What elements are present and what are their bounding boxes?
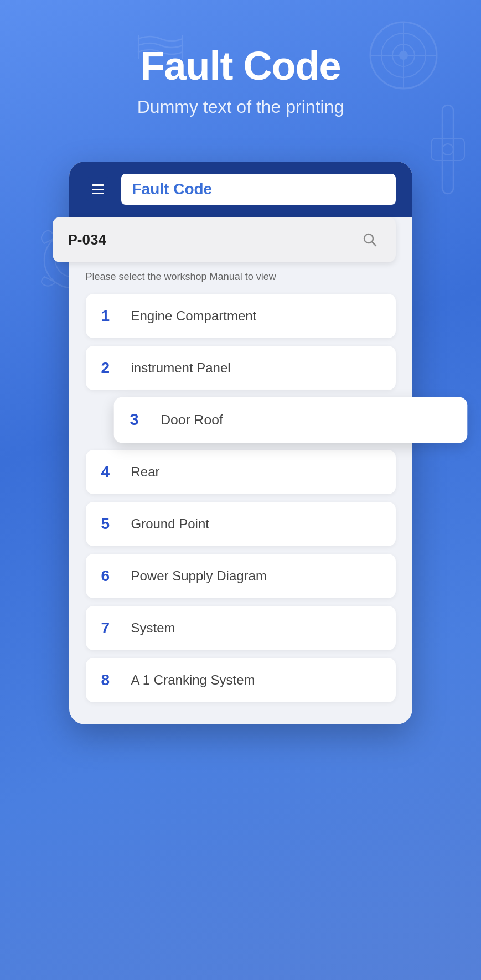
- item-label: Rear: [131, 464, 160, 480]
- item-label: A 1 Cranking System: [131, 672, 255, 688]
- svg-rect-15: [431, 138, 464, 160]
- list-item[interactable]: 3Door Roof: [113, 397, 467, 443]
- item-label: Ground Point: [131, 516, 209, 532]
- item-number: 7: [101, 619, 119, 637]
- item-number: 1: [101, 307, 119, 325]
- item-number: 8: [101, 671, 119, 689]
- item-label: Door Roof: [161, 412, 223, 428]
- list-item[interactable]: 4Rear: [86, 450, 396, 494]
- item-number: 4: [101, 463, 119, 481]
- item-label: instrument Panel: [131, 360, 231, 376]
- svg-point-16: [442, 144, 453, 155]
- list-item[interactable]: 1Engine Compartment: [86, 294, 396, 338]
- search-value: P-034: [68, 231, 106, 248]
- search-bar[interactable]: P-034: [53, 217, 396, 262]
- main-card: Fault Code P-034 Please select the works…: [69, 162, 412, 724]
- instruction-text: Please select the workshop Manual to vie…: [86, 271, 396, 283]
- app-title: Fault Code: [121, 174, 396, 205]
- item-label: Power Supply Diagram: [131, 568, 267, 584]
- hero-subtitle: Dummy text of the printing: [22, 97, 459, 117]
- menu-list: 1Engine Compartment2instrument Panel3Doo…: [69, 294, 412, 702]
- search-icon[interactable]: [359, 229, 380, 250]
- item-number: 5: [101, 515, 119, 533]
- item-number: 3: [130, 411, 148, 429]
- svg-line-18: [372, 242, 376, 246]
- item-number: 6: [101, 567, 119, 585]
- list-item[interactable]: 7System: [86, 606, 396, 650]
- item-label: System: [131, 620, 175, 636]
- item-number: 2: [101, 359, 119, 377]
- menu-line-1: [92, 184, 104, 186]
- list-item[interactable]: 2instrument Panel: [86, 346, 396, 390]
- menu-button[interactable]: [86, 177, 110, 201]
- list-item[interactable]: 5Ground Point: [86, 502, 396, 546]
- item-label: Engine Compartment: [131, 308, 257, 324]
- list-item[interactable]: 6Power Supply Diagram: [86, 554, 396, 598]
- page-title: Fault Code: [22, 44, 459, 88]
- card-header: Fault Code: [69, 162, 412, 217]
- list-item[interactable]: 8A 1 Cranking System: [86, 658, 396, 702]
- menu-line-2: [92, 189, 104, 190]
- menu-line-3: [92, 193, 104, 194]
